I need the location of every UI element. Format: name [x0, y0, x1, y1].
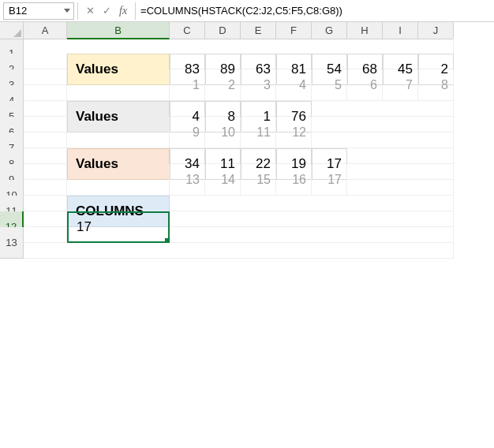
cancel-icon[interactable]: ✕: [86, 5, 95, 17]
name-box[interactable]: B12: [3, 2, 74, 20]
select-all-corner[interactable]: [0, 22, 24, 39]
col-header-D[interactable]: D: [205, 22, 241, 39]
confirm-icon[interactable]: ✓: [103, 5, 111, 17]
result-cell[interactable]: 17: [67, 211, 170, 243]
chevron-down-icon[interactable]: [64, 9, 70, 13]
col-header-A[interactable]: A: [24, 22, 67, 39]
name-box-value: B12: [9, 5, 27, 17]
col-header-B[interactable]: B: [67, 22, 170, 39]
formula-bar: B12 ✕ ✓ fx =COLUMNS(HSTACK(C2:J2,C5:F5,C…: [0, 0, 494, 22]
row-header-13[interactable]: 13: [0, 227, 24, 259]
col-header-E[interactable]: E: [241, 22, 276, 39]
col-header-H[interactable]: H: [347, 22, 383, 39]
fx-icon[interactable]: fx: [119, 5, 127, 17]
formula-input[interactable]: =COLUMNS(HSTACK(C2:J2,C5:F5,C8:G8)): [136, 5, 494, 17]
spreadsheet-grid[interactable]: A B C D E F G H I J 1 2 Values 83 89 63 …: [0, 22, 494, 243]
col-header-G[interactable]: G: [312, 22, 347, 39]
formula-bar-buttons: ✕ ✓ fx: [78, 5, 135, 17]
col-header-F[interactable]: F: [276, 22, 312, 39]
col-header-J[interactable]: J: [418, 22, 454, 39]
col-header-I[interactable]: I: [383, 22, 418, 39]
col-header-C[interactable]: C: [170, 22, 205, 39]
